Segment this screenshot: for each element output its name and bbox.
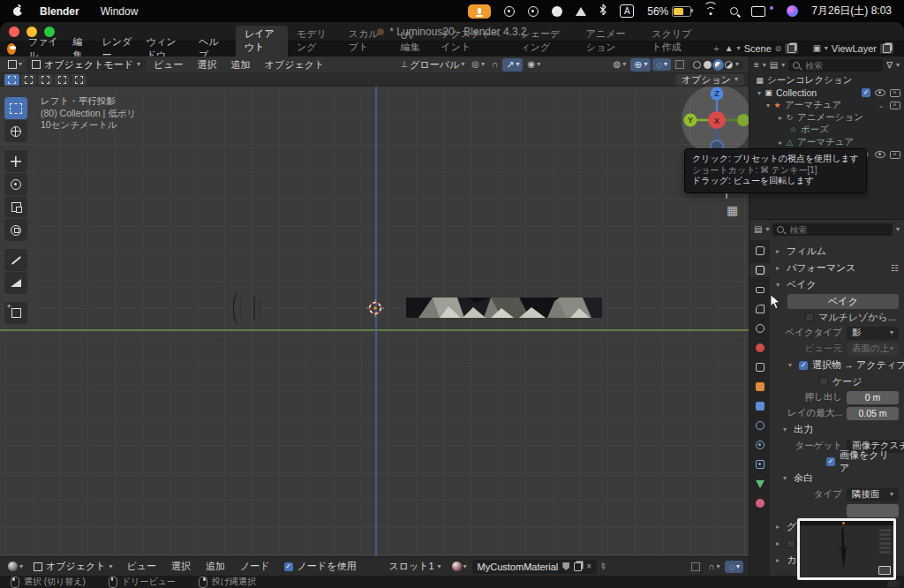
line-app-icon[interactable] bbox=[552, 6, 562, 17]
shader-menu-view[interactable]: ビュー bbox=[121, 560, 163, 573]
object-visibility-dropdown[interactable]: ◍▾ bbox=[610, 60, 629, 69]
viewport-menu-object[interactable]: オブジェクト bbox=[259, 58, 331, 72]
tab-modeling[interactable]: モデリング bbox=[288, 26, 340, 57]
tab-shading[interactable]: シェーディング bbox=[512, 26, 577, 57]
tool-add-cube[interactable] bbox=[4, 302, 27, 324]
bluetooth-icon[interactable] bbox=[599, 4, 606, 18]
screen-share-preview[interactable] bbox=[797, 518, 896, 580]
shader-overlays-toggle[interactable]: ◌▾ bbox=[725, 561, 743, 573]
tab-animation[interactable]: アニメーション bbox=[577, 26, 643, 57]
disable-render-icon[interactable] bbox=[890, 151, 900, 159]
disable-render-icon[interactable] bbox=[890, 102, 900, 109]
editor-type-button[interactable]: ▾ bbox=[5, 60, 25, 69]
use-nodes-toggle[interactable]: ノードを使用 bbox=[284, 560, 357, 573]
tab-constraints[interactable] bbox=[750, 457, 770, 471]
tab-layout[interactable]: レイアウト bbox=[236, 26, 288, 57]
tool-scale[interactable] bbox=[4, 196, 27, 218]
material-name-field[interactable]: MyCustomMaterial × bbox=[472, 560, 598, 574]
tab-object-data[interactable] bbox=[750, 477, 770, 491]
tab-view-layer[interactable] bbox=[750, 302, 770, 316]
shader-snap-toggle[interactable] bbox=[689, 562, 703, 571]
expand-icon[interactable]: ▾ bbox=[764, 102, 772, 109]
select-mode-invert-button[interactable] bbox=[55, 74, 70, 86]
selected-to-active-checkbox[interactable] bbox=[799, 361, 808, 370]
outliner-search[interactable] bbox=[788, 59, 883, 72]
apple-menu-icon[interactable] bbox=[12, 4, 24, 19]
shader-menu-select[interactable]: 選択 bbox=[165, 560, 197, 573]
margin-type-dropdown[interactable]: 隣接面▾ bbox=[847, 488, 899, 501]
macos-app-menu[interactable]: Blender bbox=[40, 5, 79, 18]
shader-editor-type-button[interactable]: ▾ bbox=[5, 562, 26, 571]
select-mode-set-button[interactable] bbox=[4, 74, 19, 86]
collapse-icon[interactable]: ⌄ bbox=[877, 102, 885, 109]
tab-uv-editing[interactable]: UV編集 bbox=[392, 28, 433, 57]
pin-icon[interactable]: ✎ bbox=[598, 561, 609, 573]
viewport-canvas[interactable]: レフト・平行投影 (80) Collection | 低ポリ 10センチメートル bbox=[0, 87, 749, 556]
siri-icon[interactable] bbox=[787, 5, 798, 17]
snap-settings-dropdown[interactable]: ↗▾ bbox=[502, 58, 523, 72]
input-source-badge[interactable]: A bbox=[620, 4, 634, 18]
xray-toggle[interactable] bbox=[673, 60, 687, 69]
select-mode-subtract-button[interactable] bbox=[38, 74, 53, 86]
app-mountain-icon[interactable] bbox=[576, 7, 586, 16]
navigation-gizmo[interactable]: Z Y X bbox=[680, 87, 749, 157]
mode-dropdown[interactable]: オブジェクトモード▾ bbox=[26, 58, 146, 72]
tab-world[interactable] bbox=[750, 341, 770, 355]
new-scene-button[interactable] bbox=[785, 43, 798, 54]
tab-object[interactable] bbox=[750, 380, 770, 394]
tool-cursor[interactable] bbox=[4, 120, 27, 142]
tool-measure[interactable] bbox=[4, 272, 27, 294]
properties-editor-icon[interactable]: ▤ bbox=[754, 225, 762, 234]
obs-menu-icon[interactable] bbox=[504, 6, 515, 17]
ortho-toggle-button[interactable]: ▦ bbox=[727, 203, 738, 217]
battery-indicator[interactable]: 56% bbox=[647, 5, 691, 18]
tool-annotate[interactable] bbox=[4, 249, 27, 271]
add-workspace-button[interactable]: + bbox=[708, 41, 724, 57]
blender-logo-icon[interactable] bbox=[7, 43, 16, 55]
panel-bake[interactable]: ▾ベイク bbox=[773, 276, 899, 293]
properties-search-input[interactable] bbox=[787, 224, 888, 236]
new-viewlayer-button[interactable] bbox=[880, 43, 893, 54]
tab-sculpting[interactable]: スカルプト bbox=[340, 26, 392, 57]
ray-distance-field[interactable]: 0.05 m bbox=[847, 407, 899, 420]
shader-menu-add[interactable]: 追加 bbox=[200, 560, 231, 573]
tool-rotate[interactable] bbox=[4, 173, 27, 195]
use-nodes-checkbox[interactable] bbox=[284, 562, 293, 571]
tab-render[interactable] bbox=[750, 263, 770, 277]
snap-toggle[interactable]: ∩ bbox=[489, 60, 501, 69]
macos-window-menu[interactable]: Window bbox=[101, 5, 139, 18]
scene-name[interactable]: Scene bbox=[744, 43, 772, 54]
3d-cursor[interactable] bbox=[366, 299, 384, 317]
sidebar-toggle-arrow[interactable]: ‹ bbox=[743, 113, 747, 125]
tab-physics[interactable] bbox=[750, 438, 770, 452]
shader-mode-dropdown[interactable]: オブジェクト▾ bbox=[28, 560, 118, 573]
textured-plane-object[interactable] bbox=[406, 298, 602, 318]
mic-indicator[interactable] bbox=[468, 4, 491, 19]
properties-search[interactable] bbox=[772, 223, 893, 236]
bake-button[interactable]: ベイク bbox=[787, 294, 899, 309]
cage-checkbox[interactable] bbox=[819, 377, 828, 386]
viewlayer-selector[interactable]: ▣▾ ViewLayer bbox=[812, 43, 893, 54]
tab-texture-paint[interactable]: テクスチャペイント bbox=[433, 26, 512, 57]
collection-checkbox[interactable] bbox=[862, 88, 870, 97]
expand-icon[interactable]: ▾ bbox=[755, 89, 764, 97]
options-button[interactable]: オプション▾ bbox=[675, 74, 744, 86]
filter-collection-icon[interactable]: ▤ bbox=[770, 61, 778, 70]
outliner-row-scene-collection[interactable]: ▦ シーンコレクション bbox=[750, 74, 904, 87]
pip-handle[interactable] bbox=[887, 581, 900, 587]
material-browse-button[interactable]: ▾ bbox=[449, 562, 470, 571]
viewlayer-name[interactable]: ViewLayer bbox=[832, 43, 877, 54]
panel-film[interactable]: ▸フィルム bbox=[773, 243, 899, 260]
expand-icon[interactable]: ▾ bbox=[786, 361, 795, 369]
tab-collection[interactable] bbox=[750, 360, 770, 374]
slot-dropdown[interactable]: スロット1▾ bbox=[383, 560, 446, 573]
transform-orientation-dropdown[interactable]: ⊥グローバル▾ bbox=[397, 60, 467, 70]
panel-performance[interactable]: ▸パフォーマンス☷ bbox=[773, 260, 899, 276]
shading-solid-button[interactable] bbox=[704, 61, 712, 69]
bake-type-dropdown[interactable]: 影▾ bbox=[847, 327, 899, 340]
clear-image-checkbox[interactable] bbox=[826, 457, 835, 466]
filter-funnel-icon[interactable]: ∇ bbox=[886, 61, 893, 70]
select-mode-intersect-button[interactable] bbox=[72, 74, 87, 86]
lowpoly-object-outline[interactable] bbox=[228, 289, 267, 328]
multires-checkbox[interactable] bbox=[805, 313, 814, 321]
